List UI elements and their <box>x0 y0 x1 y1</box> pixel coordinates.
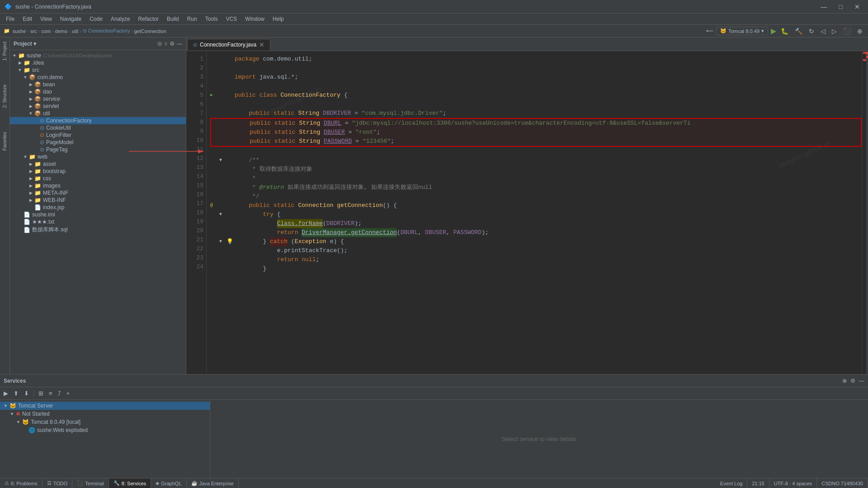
terminal-icon-btn[interactable]: ⬛ <box>841 27 853 36</box>
collapse-all-btn[interactable]: ≡ <box>164 41 167 47</box>
tree-item-sushe[interactable]: ▼ 📁 sushe C:\Users\51414\Desktop\sushe <box>10 52 186 59</box>
tree-item-login-filter[interactable]: ⊙ LoginFilter <box>10 131 186 139</box>
menu-refactor[interactable]: Refactor <box>135 15 162 23</box>
menu-build[interactable]: Build <box>163 15 183 23</box>
tree-item-meta-inf[interactable]: ▶ 📁 META-INF <box>10 189 186 197</box>
prev-button[interactable]: ◁ <box>819 27 827 36</box>
tree-item-idea[interactable]: ▶ 📁 .idea <box>10 59 186 66</box>
tree-item-asset[interactable]: ▶ 📁 asset <box>10 160 186 168</box>
add-svc-btn[interactable]: + <box>65 389 72 398</box>
tree-item-css[interactable]: ▶ 📁 css <box>10 175 186 182</box>
tree-item-page-model[interactable]: ⊙ PageModel <box>10 139 186 146</box>
breadcrumb-class[interactable]: ⊙ ConnectionFactory <box>83 28 130 34</box>
menu-help[interactable]: Help <box>269 15 288 23</box>
tree-item-connection-factory[interactable]: ⊙ ConnectionFactory <box>10 117 186 124</box>
tab-java-enterprise[interactable]: ☕ Java Enterprise <box>187 479 239 488</box>
collapse-all-svc-btn[interactable]: ⬆ <box>12 389 20 398</box>
expand-services-btn[interactable]: ⊕ <box>842 378 847 384</box>
breadcrumb-demo[interactable]: demo <box>55 28 68 34</box>
project-panel-tab[interactable]: 1: Project <box>1 40 8 62</box>
maximize-button[interactable]: □ <box>835 2 846 11</box>
tree-item-web[interactable]: ▼ 📁 web <box>10 153 186 160</box>
tree-item-util[interactable]: ▼ 📦 util <box>10 110 186 117</box>
java-enterprise-label: Java Enterprise <box>199 481 234 486</box>
menu-navigate[interactable]: Navigate <box>57 15 85 23</box>
favorites-tab[interactable]: Favorites <box>1 130 8 152</box>
breadcrumb-src[interactable]: src <box>30 28 37 34</box>
problems-label: 6: Problems <box>11 481 38 486</box>
tree-item-sushe-iml[interactable]: 📄 sushe.iml <box>10 211 186 218</box>
menu-vcs[interactable]: VCS <box>222 15 241 23</box>
collapse-svc-btn[interactable]: ⬇ <box>22 389 31 398</box>
tree-item-service[interactable]: ▶ 📦 service <box>10 95 186 103</box>
svc-item-not-started[interactable]: ▼ ✖ Not Started <box>0 410 210 418</box>
tree-item-cookie-util[interactable]: ⊙ CookieUtil <box>10 124 186 131</box>
build-button[interactable]: 🔨 <box>793 27 804 36</box>
svc-item-tomcat-local[interactable]: ▼ 🐱 Tomcat 8.0.49 [local] <box>0 418 210 426</box>
menu-code[interactable]: Code <box>86 15 106 23</box>
menu-edit[interactable]: Edit <box>19 15 36 23</box>
tree-item-index-jsp[interactable]: 📄 index.jsp <box>10 204 186 211</box>
tree-item-sql[interactable]: 📄 数据库脚本.sql <box>10 225 186 234</box>
menu-view[interactable]: View <box>37 15 56 23</box>
run-service-btn[interactable]: ▶ <box>2 389 10 398</box>
breadcrumb-util[interactable]: util <box>72 28 78 34</box>
tree-item-src[interactable]: ▼ 📁 src <box>10 66 186 74</box>
minimize-panel-btn[interactable]: — <box>177 41 182 47</box>
tree-item-web-inf[interactable]: ▶ 📁 WEB-INF <box>10 197 186 204</box>
code-editor[interactable]: 1 2 3 4 5 6 7 8 9 10 11 12 13 14 15 16 1 <box>186 51 868 374</box>
run-config-selector[interactable]: 🐱 Tomcat 8.0.49 ▾ <box>716 27 768 35</box>
svc-item-deploy[interactable]: 🌐 sushe:Web exploded <box>0 426 210 434</box>
menu-window[interactable]: Window <box>241 15 268 23</box>
group-svc-btn[interactable]: ⊞ <box>37 389 45 398</box>
tab-graphql[interactable]: ◈ GraphQL <box>151 479 186 488</box>
tree-item-dao[interactable]: ▶ 📦 dao <box>10 88 186 95</box>
breadcrumb-sushe[interactable]: sushe <box>13 28 26 34</box>
tab-terminal[interactable]: ⬛ Terminal <box>72 479 109 488</box>
tree-item-images[interactable]: ▶ 📁 images <box>10 182 186 189</box>
run-button[interactable]: ▶ <box>771 27 776 35</box>
tree-item-servlet[interactable]: ▶ 📦 servlet <box>10 103 186 110</box>
tab-problems[interactable]: ⚠ 6: Problems <box>0 479 42 488</box>
tab-services[interactable]: 🔧 8: Services <box>109 479 151 488</box>
menu-file[interactable]: File <box>2 15 18 23</box>
settings-services-btn[interactable]: ⚙ <box>850 378 855 384</box>
title-bar: 🔷 sushe - ConnectionFactory.java — □ ✕ <box>0 0 868 14</box>
tab-close-btn[interactable]: ✕ <box>259 41 264 48</box>
tab-event-log[interactable]: Event Log <box>716 479 748 488</box>
filter-svc-btn[interactable]: ≡ <box>47 389 54 398</box>
tree-item-stars-txt[interactable]: 📄 ★★★.txt <box>10 218 186 225</box>
tree-item-bootstrap[interactable]: ▶ 📁 bootstrap <box>10 168 186 175</box>
menu-analyze[interactable]: Analyze <box>107 15 134 23</box>
breadcrumb-method[interactable]: getConnection <box>134 28 166 34</box>
code-line-10: public static String PASSWORD = "123456"… <box>210 137 862 147</box>
code-content[interactable]: package com.demo.util; import java.sql.*… <box>207 51 862 374</box>
settings-btn[interactable]: ⚙ <box>170 41 175 47</box>
code-line-22: e.printStackTrace(); <box>210 246 862 255</box>
status-git[interactable]: CSDNO 71480430 <box>817 479 868 488</box>
minimize-button[interactable]: — <box>817 2 831 11</box>
next-button[interactable]: ▷ <box>830 27 839 36</box>
menu-run[interactable]: Run <box>184 15 201 23</box>
editor-tab-connection-factory[interactable]: ⊙ ConnectionFactory.java ✕ <box>187 39 270 51</box>
debug-button[interactable]: 🐛 <box>779 27 790 36</box>
update-button[interactable]: ↻ <box>807 27 816 36</box>
code-line-19: Class.forName(DBDRIVER); <box>210 219 862 228</box>
code-line-3: import java.sql.*; <box>210 73 862 82</box>
expand-btn[interactable]: ⊕ <box>855 27 864 36</box>
locate-file-btn[interactable]: ⊙ <box>157 41 162 47</box>
breadcrumb-com[interactable]: com <box>41 28 51 34</box>
tree-item-bean[interactable]: ▶ 📦 bean <box>10 81 186 88</box>
run-config-dropdown[interactable]: ▾ <box>761 28 764 34</box>
tab-todo[interactable]: ☰ TODO <box>42 479 73 488</box>
navigate-svc-btn[interactable]: ⤴ <box>56 389 63 398</box>
tree-item-page-tag[interactable]: ⊙ PageTag <box>10 146 186 153</box>
structure-tab[interactable]: 2: Structure <box>1 83 8 110</box>
svc-item-tomcat-server[interactable]: ▼ 🐱 Tomcat Server <box>0 402 210 410</box>
menu-tools[interactable]: Tools <box>202 15 222 23</box>
nav-back-btn[interactable]: ⟵ <box>706 28 713 34</box>
status-encoding[interactable]: UTF-8 · 4 spaces <box>769 479 817 488</box>
close-button[interactable]: ✕ <box>851 2 863 11</box>
tree-item-com-demo[interactable]: ▼ 📦 com.demo <box>10 74 186 81</box>
minimize-services-btn[interactable]: — <box>859 378 864 384</box>
